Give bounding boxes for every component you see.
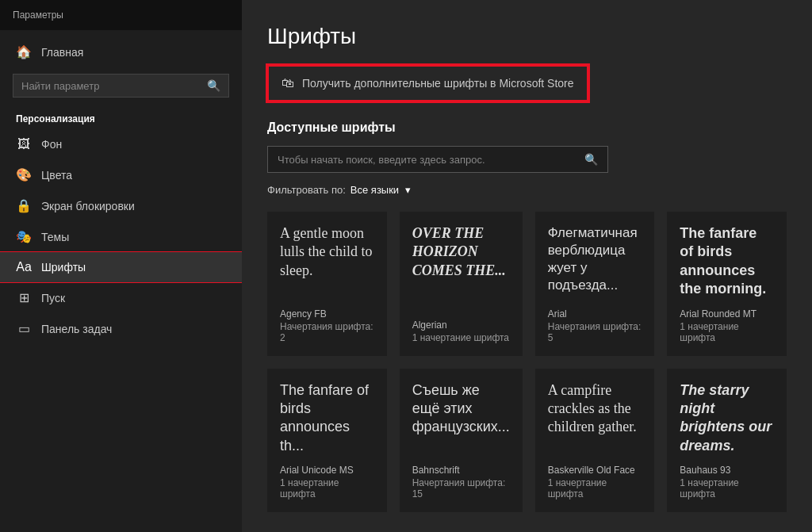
sidebar-nav: 🏠 Главная 🔍 Персонализация 🖼 Фон 🎨 Цвета… xyxy=(0,30,242,350)
font-name: Bahnschrift xyxy=(412,465,510,476)
sidebar-item-background[interactable]: 🖼 Фон xyxy=(0,129,242,159)
sidebar-start-label: Пуск xyxy=(41,292,65,304)
font-card[interactable]: A campfire crackles as the children gath… xyxy=(535,369,655,513)
taskbar-icon: ▭ xyxy=(16,321,32,336)
ms-store-label: Получить дополнительные шрифты в Microso… xyxy=(302,77,574,90)
sidebar-themes-label: Темы xyxy=(41,231,69,243)
font-preview-text: Съешь же ещё этих французских... xyxy=(412,381,510,456)
sidebar-search-box[interactable]: 🔍 xyxy=(13,74,229,98)
available-fonts-title: Доступные шрифты xyxy=(267,121,787,135)
font-search-box[interactable]: 🔍 xyxy=(267,146,608,173)
font-card[interactable]: OVER THE HORIZON COMES THE...Algerian1 н… xyxy=(400,212,523,356)
sidebar-fonts-label: Шрифты xyxy=(41,261,86,274)
font-info: Начертания шрифта: 15 xyxy=(412,477,510,499)
colors-icon: 🎨 xyxy=(16,167,32,182)
sidebar-item-lockscreen[interactable]: 🔒 Экран блокировки xyxy=(0,190,242,221)
font-card[interactable]: The starry night brightens our dreams.Ba… xyxy=(667,369,787,513)
sidebar-item-fonts[interactable]: Aa Шрифты xyxy=(0,252,242,282)
sidebar-item-colors[interactable]: 🎨 Цвета xyxy=(0,159,242,190)
ms-store-button[interactable]: 🛍 Получить дополнительные шрифты в Micro… xyxy=(267,65,588,101)
font-card[interactable]: Съешь же ещё этих французских...Bahnschr… xyxy=(400,369,523,513)
font-card[interactable]: The fanfare of birds announces the morni… xyxy=(667,212,787,356)
font-preview-text: Флегматичная верблюдица жует у подъезда.… xyxy=(548,224,642,299)
font-search-input[interactable] xyxy=(278,154,578,166)
sidebar-colors-label: Цвета xyxy=(41,169,72,182)
font-info: Начертания шрифта: 5 xyxy=(548,321,642,343)
sidebar-lockscreen-label: Экран блокировки xyxy=(41,200,135,212)
font-info: 1 начертание шрифта xyxy=(680,477,774,499)
font-search-icon: 🔍 xyxy=(584,153,598,166)
font-name: Bauhaus 93 xyxy=(680,465,774,476)
font-card[interactable]: Флегматичная верблюдица жует у подъезда.… xyxy=(535,212,655,356)
sidebar-search-input[interactable] xyxy=(21,80,201,92)
sidebar-item-taskbar[interactable]: ▭ Панель задач xyxy=(0,313,242,344)
filter-value: Все языки xyxy=(350,184,399,196)
chevron-down-icon: ▾ xyxy=(405,184,411,196)
font-name: Arial Rounded MT xyxy=(680,308,774,320)
font-preview-text: A gentle moon lulls the child to sleep. xyxy=(280,224,374,299)
home-icon: 🏠 xyxy=(16,44,32,59)
sidebar: Параметры 🏠 Главная 🔍 Персонализация 🖼 Ф… xyxy=(0,0,242,532)
font-grid: A gentle moon lulls the child to sleep.A… xyxy=(267,212,787,512)
sidebar-taskbar-label: Панель задач xyxy=(41,323,112,335)
filter-dropdown[interactable]: Все языки ▾ xyxy=(350,184,411,196)
filter-label: Фильтровать по: xyxy=(267,184,346,196)
sidebar-background-label: Фон xyxy=(41,138,62,151)
search-icon: 🔍 xyxy=(207,79,220,92)
page-title: Шрифты xyxy=(267,24,787,49)
font-preview-text: The starry night brightens our dreams. xyxy=(680,381,774,456)
lockscreen-icon: 🔒 xyxy=(16,198,32,213)
fonts-icon: Aa xyxy=(16,260,32,274)
font-name: Arial Unicode MS xyxy=(280,465,374,476)
font-info: Начертания шрифта: 2 xyxy=(280,321,374,343)
font-info: 1 начертание шрифта xyxy=(280,477,374,499)
font-name: Baskerville Old Face xyxy=(548,465,642,476)
font-card[interactable]: The fanfare of birds announces th...Aria… xyxy=(267,369,387,513)
font-card[interactable]: A gentle moon lulls the child to sleep.A… xyxy=(267,212,387,356)
font-name: Arial xyxy=(548,308,642,320)
font-info: 1 начертание шрифта xyxy=(680,321,774,343)
app-title: Параметры xyxy=(0,0,242,30)
main-content: Шрифты 🛍 Получить дополнительные шрифты … xyxy=(242,0,812,532)
font-preview-text: The fanfare of birds announces th... xyxy=(280,381,374,456)
sidebar-item-themes[interactable]: 🎭 Темы xyxy=(0,221,242,252)
filter-bar: Фильтровать по: Все языки ▾ xyxy=(267,184,787,196)
sidebar-home-label: Главная xyxy=(41,46,83,59)
sidebar-item-home[interactable]: 🏠 Главная xyxy=(0,36,242,67)
font-name: Algerian xyxy=(412,320,510,331)
sidebar-section-label: Персонализация xyxy=(0,104,242,129)
font-info: 1 начертание шрифта xyxy=(412,332,510,343)
sidebar-item-start[interactable]: ⊞ Пуск xyxy=(0,282,242,313)
start-icon: ⊞ xyxy=(16,290,32,305)
font-preview-text: The fanfare of birds announces the morni… xyxy=(680,224,774,299)
font-preview-text: A campfire crackles as the children gath… xyxy=(548,381,642,456)
font-info: 1 начертание шрифта xyxy=(548,477,642,499)
background-icon: 🖼 xyxy=(16,137,32,151)
font-name: Agency FB xyxy=(280,308,374,320)
themes-icon: 🎭 xyxy=(16,229,32,244)
store-icon: 🛍 xyxy=(282,76,294,90)
font-preview-text: OVER THE HORIZON COMES THE... xyxy=(412,224,510,310)
